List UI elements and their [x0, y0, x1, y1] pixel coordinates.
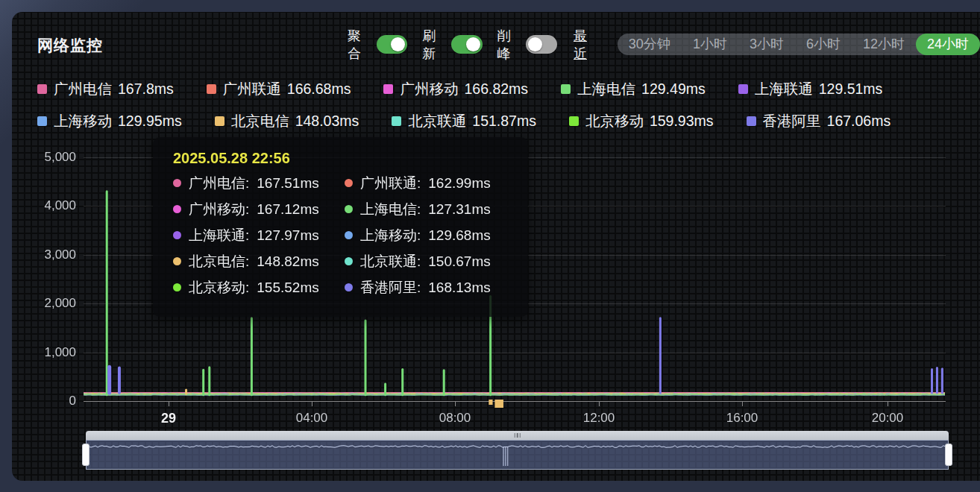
x-axis-tick-2000: 20:00: [854, 411, 921, 426]
range-3h-button[interactable]: 3小时: [738, 34, 795, 55]
x-axis-tick-29: 29: [135, 411, 202, 426]
range-6h-button[interactable]: 6小时: [795, 34, 852, 55]
data-zoom-preview[interactable]: [86, 440, 949, 470]
legend-marker: [383, 84, 393, 94]
legend-item-guangzhou-unicom[interactable]: 广州联通 166.68ms: [207, 79, 351, 99]
tooltip-row: 香港阿里:168.13ms: [345, 279, 528, 296]
series-dot: [173, 257, 181, 265]
tooltip-value: 167.51ms: [257, 175, 318, 192]
legend-marker: [392, 116, 401, 126]
header-controls: 聚合 刷新 削峰 最近 30分钟 1小时 3小时 6小时 12小时 24小时: [348, 33, 980, 56]
tooltip-name: 上海电信:: [360, 200, 421, 219]
legend-item-shanghai-unicom[interactable]: 上海联通 129.51ms: [738, 79, 883, 99]
tooltip-name: 北京移动:: [189, 278, 249, 297]
legend-name: 北京联通: [408, 111, 466, 131]
legend-row-2: 上海移动 129.95ms 北京电信 148.03ms 北京联通 151.87m…: [37, 111, 891, 131]
tooltip-timestamp: 2025.05.28 22:56: [173, 150, 528, 167]
data-zoom-move-handle[interactable]: [86, 431, 949, 440]
peak-shaving-switch[interactable]: [526, 35, 557, 54]
legend-marker: [738, 84, 748, 94]
range-12h-button[interactable]: 12小时: [852, 34, 916, 55]
tooltip-value: 129.68ms: [428, 227, 490, 244]
y-axis-tick-0: 0: [15, 394, 76, 409]
legend-value: 151.87ms: [472, 113, 536, 130]
tooltip-row: 广州移动:167.12ms: [173, 201, 345, 218]
x-axis-tick-1600: 16:00: [709, 411, 776, 426]
legend-item-guangzhou-mobile[interactable]: 广州移动 166.82ms: [383, 79, 528, 99]
legend-item-shanghai-telecom[interactable]: 上海电信 129.49ms: [561, 79, 706, 99]
series-dot: [173, 179, 181, 187]
series-dot: [345, 179, 353, 187]
legend-value: 129.49ms: [641, 81, 706, 98]
series-dot: [173, 205, 181, 213]
legend-name: 广州电信: [54, 79, 112, 99]
tooltip-value: 155.52ms: [257, 280, 318, 296]
legend-marker: [747, 116, 756, 126]
x-axis-tick-0400: 04:00: [278, 411, 345, 426]
series-dot: [345, 231, 353, 239]
tooltip-row: 北京移动:155.52ms: [173, 279, 345, 296]
tooltip-row: 上海电信:127.31ms: [345, 201, 528, 218]
series-dot: [173, 283, 181, 291]
tooltip-grid: 广州电信:167.51ms 广州联通:162.99ms 广州移动:167.12m…: [173, 174, 528, 296]
series-dot: [345, 205, 353, 213]
tooltip-value: 168.13ms: [428, 280, 490, 296]
legend-item-beijing-unicom[interactable]: 北京联通 151.87ms: [392, 111, 536, 131]
legend-marker: [561, 84, 571, 94]
x-axis-tick-1200: 12:00: [565, 411, 632, 426]
legend-name: 广州联通: [223, 79, 281, 99]
series-dot: [345, 257, 353, 265]
tooltip-name: 广州电信:: [189, 174, 249, 193]
legend-item-beijing-telecom[interactable]: 北京电信 148.03ms: [215, 111, 359, 131]
grip-icon: [514, 433, 521, 438]
series-dot: [345, 283, 353, 291]
tooltip-value: 162.99ms: [428, 175, 490, 192]
data-zoom-preview-canvas: [87, 441, 948, 469]
legend-item-guangzhou-telecom[interactable]: 广州电信 167.8ms: [37, 79, 174, 99]
range-1h-button[interactable]: 1小时: [682, 34, 738, 55]
x-axis-tick-0800: 08:00: [421, 411, 489, 426]
legend-marker: [37, 116, 47, 126]
tooltip-row: 广州联通:162.99ms: [345, 174, 528, 192]
tooltip-name: 香港阿里:: [360, 278, 421, 297]
y-axis-tick-2000: 2,000: [15, 296, 76, 311]
data-zoom-left-handle[interactable]: [82, 444, 89, 466]
tooltip-value: 167.12ms: [257, 201, 318, 218]
switch-knob: [391, 37, 405, 51]
y-axis-tick-3000: 3,000: [15, 247, 76, 262]
peak-shaving-toggle[interactable]: 削峰: [497, 27, 557, 63]
peak-shaving-toggle-label: 削峰: [497, 27, 522, 63]
tooltip-value: 127.97ms: [257, 227, 318, 244]
refresh-switch[interactable]: [451, 35, 483, 54]
tooltip-row: 北京联通:150.67ms: [345, 253, 528, 270]
aggregate-toggle-label: 聚合: [348, 27, 372, 63]
legend-item-shanghai-mobile[interactable]: 上海移动 129.95ms: [37, 111, 182, 131]
legend-name: 北京移动: [585, 111, 644, 131]
legend-name: 北京电信: [231, 111, 289, 131]
legend-value: 159.93ms: [650, 113, 714, 130]
legend-value: 129.51ms: [819, 81, 883, 98]
tooltip-name: 上海移动:: [360, 226, 421, 245]
legend-item-hongkong-ali[interactable]: 香港阿里 167.06ms: [747, 111, 891, 131]
refresh-toggle[interactable]: 刷新: [422, 27, 482, 63]
tooltip-name: 广州移动:: [189, 200, 249, 219]
legend-name: 香港阿里: [763, 111, 821, 131]
tooltip-value: 127.31ms: [428, 201, 490, 218]
switch-knob: [466, 37, 480, 51]
legend-value: 166.82ms: [464, 81, 528, 98]
legend-value: 167.06ms: [827, 113, 891, 130]
range-30min-button[interactable]: 30分钟: [618, 34, 682, 55]
legend-marker: [569, 116, 579, 126]
y-axis-tick-1000: 1,000: [15, 345, 76, 360]
legend-marker: [215, 116, 224, 126]
data-zoom-right-handle[interactable]: [945, 444, 952, 466]
range-24h-button[interactable]: 24小时: [916, 34, 980, 55]
tooltip-name: 上海联通:: [189, 226, 249, 245]
legend-marker: [37, 84, 47, 94]
legend-row-1: 广州电信 167.8ms 广州联通 166.68ms 广州移动 166.82ms…: [37, 79, 882, 99]
switch-knob: [528, 37, 542, 51]
recent-label: 最近: [574, 27, 598, 63]
legend-item-beijing-mobile[interactable]: 北京移动 159.93ms: [569, 111, 714, 131]
aggregate-toggle[interactable]: 聚合: [348, 27, 407, 63]
aggregate-switch[interactable]: [377, 35, 408, 54]
